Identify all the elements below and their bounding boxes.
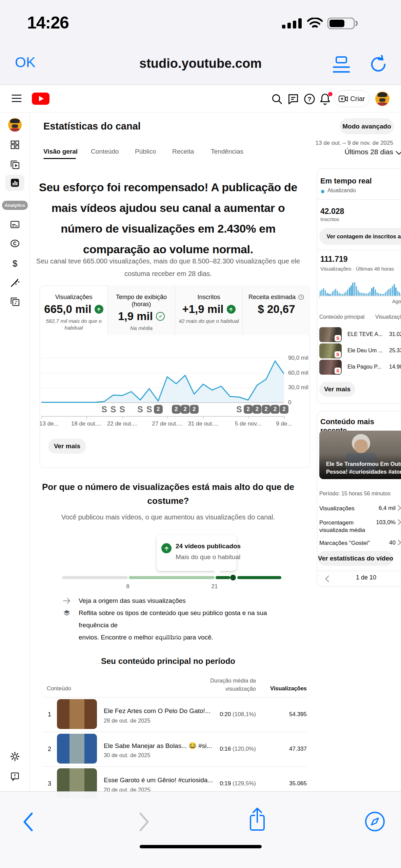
- chevron-right-icon[interactable]: [397, 519, 401, 526]
- chevron-down-icon[interactable]: [395, 151, 401, 155]
- account-avatar[interactable]: [375, 92, 389, 106]
- realtime-views: 111.719: [320, 255, 348, 264]
- chevron-right-icon[interactable]: [397, 539, 401, 546]
- realtime-bar: [368, 293, 369, 296]
- realtime-bar: [339, 293, 340, 296]
- home-indicator[interactable]: [140, 845, 262, 848]
- shorts-badge-icon: S: [335, 335, 341, 341]
- youtube-logo-icon[interactable]: [32, 93, 49, 105]
- sidebar-item-copyright[interactable]: [10, 238, 20, 249]
- stat-views[interactable]: Visualizações 665,0 mil 582,7 mil mais d…: [40, 285, 107, 335]
- published-count-badge: 2: [270, 405, 279, 414]
- shorts-publish-icon: S: [136, 405, 145, 414]
- chevron-right-icon[interactable]: [397, 505, 401, 511]
- shorts-title[interactable]: Ele Deu Um ...: [347, 348, 387, 354]
- realtime-see-more-button[interactable]: Ver mais: [319, 382, 355, 397]
- tab-tendencias[interactable]: Tendências: [211, 148, 243, 155]
- x-axis-tick: [248, 416, 249, 419]
- shorts-title[interactable]: ELE TEVE A...: [347, 331, 387, 337]
- advanced-mode-button[interactable]: Modo avançado: [340, 118, 394, 134]
- shorts-title[interactable]: Ela Pagou P...: [347, 364, 387, 370]
- help-icon[interactable]: ?: [303, 93, 316, 105]
- live-dot-icon: [321, 190, 324, 193]
- stat-watch-time-value: 1,9 mil: [118, 310, 153, 323]
- search-icon[interactable]: [270, 93, 283, 105]
- realtime-bar: [325, 290, 326, 296]
- row-rank: 3: [45, 780, 54, 787]
- chart-see-more-button[interactable]: Ver mais: [48, 439, 86, 454]
- sidebar-channel-avatar[interactable]: [8, 118, 22, 132]
- videos-published-callout: 24 vídeos publicados Mais do que o habit…: [157, 535, 237, 571]
- row-rank: 1: [45, 711, 54, 718]
- sidebar-item-monetization[interactable]: $: [10, 258, 20, 269]
- video-thumbnail[interactable]: [57, 734, 97, 764]
- realtime-bar: [392, 286, 393, 296]
- card-divider: [317, 571, 401, 571]
- send-feedback-icon[interactable]: [10, 771, 20, 782]
- back-icon[interactable]: [21, 811, 35, 832]
- column-header-content[interactable]: Conteúdo: [47, 685, 71, 692]
- x-axis-tick: [203, 416, 204, 419]
- column-header-duration-1[interactable]: Duração média da: [188, 677, 256, 684]
- arrow-right-icon: [62, 597, 71, 605]
- date-preset-selector[interactable]: Últimos 28 dias: [258, 148, 393, 156]
- published-count-badge: 2: [172, 405, 181, 414]
- stat-watch-time[interactable]: Tempo de exibição (horas) 1,9 mil Na méd…: [107, 285, 175, 335]
- shorts-thumbnail[interactable]: S: [319, 343, 342, 358]
- x-axis-label: 27 de out....: [152, 420, 182, 427]
- video-analytics-button[interactable]: Ver estatísticas do vídeo: [318, 551, 393, 566]
- x-axis-label: 31 de out....: [188, 420, 218, 427]
- realtime-bar: [390, 288, 391, 296]
- recent-video-thumbnail[interactable]: Ele Se Transformou Em Outra Pessoa! #cur…: [319, 431, 401, 479]
- sidebar-item-subtitles[interactable]: [10, 219, 20, 230]
- settings-gear-icon[interactable]: [10, 751, 20, 762]
- create-video-icon: [339, 95, 348, 102]
- reader-view-icon[interactable]: [333, 56, 350, 74]
- create-button[interactable]: Criar: [334, 90, 369, 107]
- tab-publico[interactable]: Público: [135, 148, 156, 155]
- callout-pointer: [214, 571, 221, 574]
- tab-visao-geral[interactable]: Visão geral: [43, 148, 78, 155]
- realtime-bar: [363, 293, 364, 296]
- trend-check-icon: [156, 312, 165, 321]
- stat-subscribers-label: Inscritos: [175, 294, 242, 301]
- realtime-bar: [395, 288, 396, 296]
- menu-icon[interactable]: [10, 92, 23, 105]
- realtime-bar: [320, 291, 321, 296]
- sidebar-item-customization[interactable]: [10, 278, 20, 288]
- tab-conteudo[interactable]: Conteúdo: [91, 148, 119, 155]
- realtime-bar: [359, 292, 360, 296]
- realtime-bar: [385, 292, 386, 296]
- live-subscriber-count-button[interactable]: Ver contagem de inscritos ao: [319, 228, 401, 245]
- stat-subscribers[interactable]: Inscritos +1,9 mil 42 mais do que o habi…: [175, 285, 242, 335]
- x-axis-ticks: [41, 416, 284, 419]
- shorts-thumbnail[interactable]: S: [319, 360, 342, 375]
- active-tab-underline: [43, 158, 76, 159]
- tabs-compass-icon[interactable]: [364, 811, 386, 832]
- pagination-prev-icon[interactable]: [325, 575, 329, 583]
- sidebar-item-analytics[interactable]: [10, 178, 20, 188]
- tab-receita[interactable]: Receita: [172, 148, 194, 155]
- video-thumbnail[interactable]: [57, 699, 97, 729]
- sidebar-item-dashboard[interactable]: [10, 140, 20, 150]
- x-axis-label: 22 de out....: [107, 420, 138, 427]
- shorts-thumbnail[interactable]: S: [319, 327, 342, 342]
- feedback-comment-icon[interactable]: [287, 93, 300, 105]
- realtime-now-label: Agora: [392, 298, 401, 304]
- views-source-link[interactable]: Veja a origem das suas visualizações: [79, 595, 186, 607]
- realtime-bar: [344, 293, 345, 296]
- column-header-views[interactable]: Visualizações: [243, 685, 307, 692]
- avatar-hat: [378, 92, 387, 97]
- realtime-bar: [371, 288, 372, 296]
- share-icon[interactable]: [248, 807, 267, 832]
- analytics-tooltip: Analytics: [2, 201, 28, 210]
- forward-icon[interactable]: [138, 811, 151, 832]
- sidebar-item-content[interactable]: [10, 160, 20, 170]
- stat-revenue[interactable]: Receita estimada $ 20,67: [242, 285, 310, 335]
- video-views: 35.065: [243, 780, 307, 787]
- realtime-bar: [323, 288, 324, 296]
- reload-icon[interactable]: [369, 55, 387, 74]
- x-axis-tick: [284, 416, 285, 419]
- stat-views-label: Visualizações: [40, 294, 107, 301]
- sidebar-item-audio-library[interactable]: ♪: [10, 297, 20, 307]
